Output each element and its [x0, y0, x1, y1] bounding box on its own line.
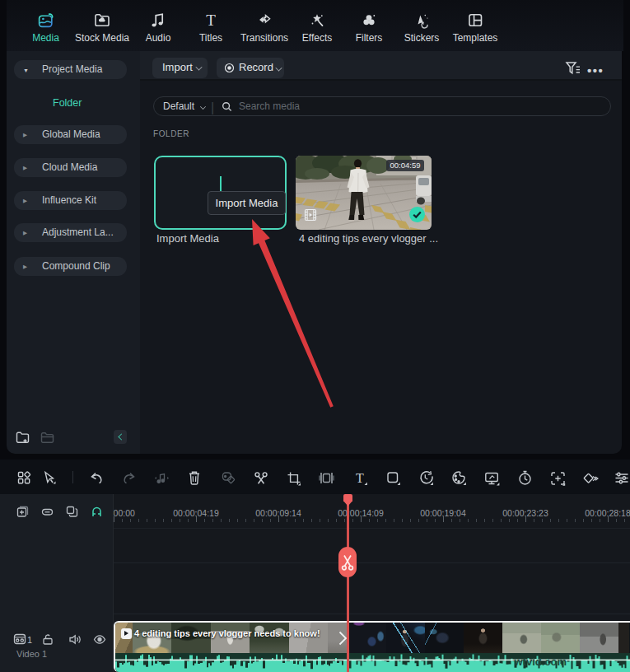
- svg-text:T: T: [206, 12, 216, 29]
- svg-text:T: T: [356, 471, 364, 485]
